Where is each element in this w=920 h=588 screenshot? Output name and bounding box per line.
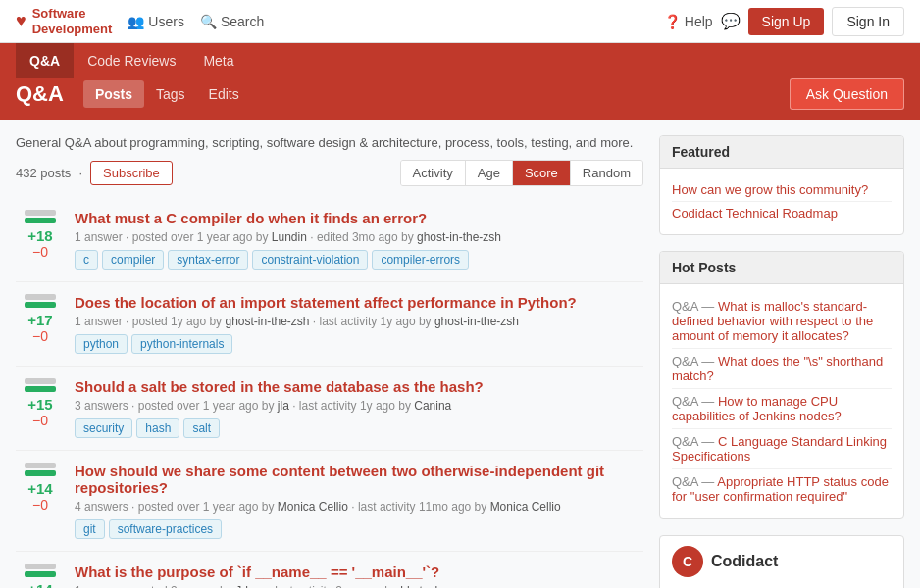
featured-link-roadmap[interactable]: Codidact Technical Roadmap	[672, 202, 892, 224]
vote-segment-gray	[25, 378, 56, 384]
tab-edits[interactable]: Edits	[197, 80, 251, 108]
post-item: +18 −0 What must a C compiler do when it…	[16, 198, 643, 282]
codidact-box: C Codidact This community is part of the…	[659, 535, 904, 588]
post-meta: 3 answers · posted over 1 year ago by jl…	[75, 399, 643, 413]
vote-segment-green	[25, 571, 56, 577]
edited-user-link[interactable]: Monica Cellio	[490, 500, 561, 514]
hot-posts-header: Hot Posts	[660, 252, 903, 284]
post-title[interactable]: What must a C compiler do when it finds …	[75, 210, 643, 226]
codidact-logo: C	[672, 546, 703, 577]
signup-button[interactable]: Sign Up	[748, 8, 825, 35]
post-item: +14 −0 How should we share some content …	[16, 451, 643, 552]
section-description: General Q&A about programming, scripting…	[16, 135, 643, 150]
codidact-branding: C Codidact	[672, 546, 892, 577]
vote-segment-green	[25, 386, 56, 392]
vote-bar	[25, 564, 56, 577]
ask-question-button[interactable]: Ask Question	[790, 78, 904, 110]
post-title[interactable]: Does the location of an import statement…	[75, 294, 643, 311]
sort-random[interactable]: Random	[571, 161, 642, 185]
tag[interactable]: python	[75, 334, 128, 354]
posted-label: posted 3mo ago by	[132, 584, 232, 588]
post-content: How should we share some content between…	[75, 463, 643, 539]
vote-bar	[25, 294, 56, 308]
score-positive: +18	[27, 227, 52, 244]
top-nav: ♥ Software Development 👥 Users 🔍 Search …	[0, 0, 920, 43]
search-link[interactable]: 🔍 Search	[200, 14, 264, 29]
posts-count-separator: ·	[78, 166, 82, 180]
post-meta: 1 answer · posted over 1 year ago by Lun…	[75, 230, 643, 244]
post-content: What is the purpose of `if __name__ == '…	[75, 564, 643, 588]
tab-posts[interactable]: Posts	[83, 80, 144, 108]
right-col: Featured How can we grow this community?…	[659, 135, 904, 588]
tag[interactable]: salt	[183, 418, 220, 438]
users-icon: 👥	[128, 14, 144, 29]
posted-user-link[interactable]: Lundin	[272, 230, 307, 244]
section-nav-meta[interactable]: Meta	[189, 43, 247, 78]
signin-button[interactable]: Sign In	[832, 7, 904, 36]
post-score-col: +17 −0	[16, 294, 65, 354]
post-title[interactable]: Should a salt be stored in the same data…	[75, 378, 643, 395]
vote-segment-green	[25, 302, 56, 308]
tag[interactable]: compiler	[102, 250, 164, 270]
hot-post-item: Q&A — C Language Standard Linking Specif…	[672, 429, 892, 469]
edited-user-link[interactable]: hkotsubo	[400, 584, 448, 588]
tab-tags[interactable]: Tags	[144, 80, 197, 108]
post-item: +17 −0 Does the location of an import st…	[16, 282, 643, 367]
section-nav-qa[interactable]: Q&A	[16, 43, 74, 78]
tag[interactable]: software-practices	[109, 519, 222, 539]
tag[interactable]: security	[75, 418, 132, 438]
subscribe-button[interactable]: Subscribe	[90, 161, 173, 185]
vote-segment-green	[25, 218, 56, 223]
post-title[interactable]: How should we share some content between…	[75, 463, 643, 496]
tags: gitsoftware-practices	[75, 519, 643, 539]
posted-user-link[interactable]: J-hen	[235, 584, 265, 588]
help-button[interactable]: ❓ Help	[664, 14, 713, 29]
tag[interactable]: compiler-errors	[372, 250, 469, 270]
posted-label: posted 1y ago by	[132, 315, 222, 328]
score-negative: −0	[32, 413, 48, 428]
posted-label: posted over 1 year ago by	[138, 500, 275, 514]
sort-activity[interactable]: Activity	[401, 161, 466, 185]
main-layout: General Q&A about programming, scripting…	[0, 120, 920, 588]
vote-segment-green	[25, 470, 56, 476]
post-content: What must a C compiler do when it finds …	[75, 210, 643, 270]
edited-user-link[interactable]: ghost-in-the-zsh	[417, 230, 501, 244]
edited-label: last activity 1y ago by	[320, 315, 432, 328]
posted-user-link[interactable]: ghost-in-the-zsh	[225, 315, 309, 328]
sort-score[interactable]: Score	[513, 161, 571, 185]
tag[interactable]: c	[75, 250, 98, 270]
posted-user-link[interactable]: jla	[278, 399, 289, 413]
tag[interactable]: git	[75, 519, 105, 539]
vote-bar	[25, 463, 56, 476]
vote-segment-gray	[25, 463, 56, 468]
posted-user-link[interactable]: Monica Cellio	[278, 500, 348, 514]
vote-bar	[25, 210, 56, 223]
post-score-col: +18 −0	[16, 210, 65, 270]
featured-link-grow[interactable]: How can we grow this community?	[672, 178, 892, 202]
tag[interactable]: constraint-violation	[252, 250, 368, 270]
nav-right: ❓ Help 💬 Sign Up Sign In	[664, 7, 904, 36]
section-nav-code-reviews[interactable]: Code Reviews	[74, 43, 189, 78]
edited-user-link[interactable]: Canina	[414, 399, 451, 413]
score-positive: +17	[27, 312, 52, 328]
logo[interactable]: ♥ Software Development	[16, 6, 112, 36]
score-positive: +14	[27, 581, 52, 588]
sort-age[interactable]: Age	[466, 161, 513, 185]
tag[interactable]: python-internals	[131, 334, 232, 354]
edited-user-link[interactable]: ghost-in-the-zsh	[434, 315, 519, 328]
section-nav: Q&A Code Reviews Meta	[0, 43, 920, 78]
logo-text: Software Development	[32, 6, 113, 36]
sort-buttons: Activity Age Score Random	[400, 160, 643, 186]
vote-segment-gray	[25, 294, 56, 300]
post-title[interactable]: What is the purpose of `if __name__ == '…	[75, 564, 643, 580]
notification-button[interactable]: 💬	[721, 12, 741, 30]
edited-label: last activity 1y ago by	[299, 399, 411, 413]
post-score-col: +14 −0	[16, 463, 65, 539]
left-col: General Q&A about programming, scripting…	[16, 135, 643, 588]
help-icon: ❓	[664, 14, 681, 29]
users-link[interactable]: 👥 Users	[128, 14, 184, 29]
tag[interactable]: hash	[136, 418, 179, 438]
hot-post-item: Q&A — What does the "\s" shorthand match…	[672, 349, 892, 389]
tag[interactable]: syntax-error	[168, 250, 248, 270]
score-positive: +15	[27, 396, 52, 413]
